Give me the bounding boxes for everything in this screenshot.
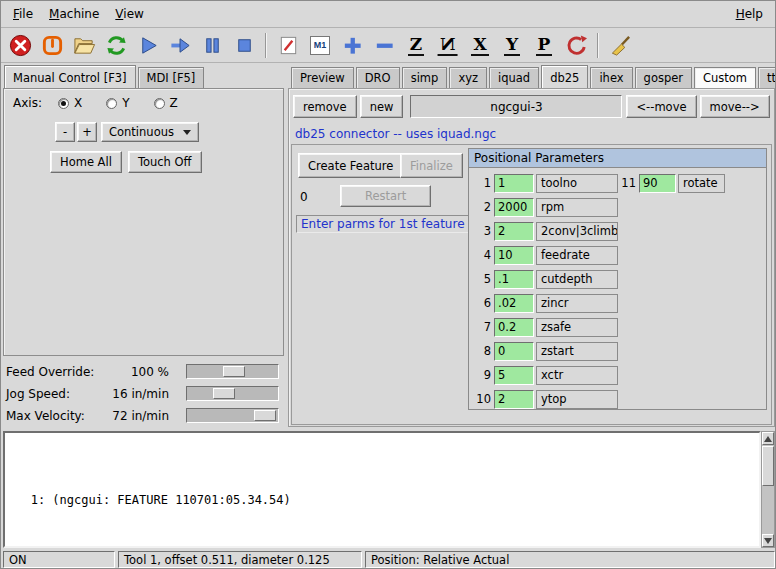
param-value-input[interactable]: 90 [639, 174, 676, 193]
slider-handle[interactable] [213, 388, 235, 399]
scroll-down-button[interactable] [762, 534, 774, 547]
param-value-input[interactable]: 2000 [494, 198, 534, 217]
toolbar: M1 Z N X Y P [1, 29, 775, 63]
param-value-input[interactable]: 0 [494, 342, 534, 361]
param-value-input[interactable]: .1 [494, 270, 534, 289]
restart-button[interactable]: Restart [340, 185, 431, 207]
touch-off-button[interactable]: Touch Off [128, 151, 202, 173]
left-tab[interactable]: MDI [F5] [138, 67, 205, 88]
axis-radio[interactable]: Y [106, 96, 129, 110]
right-tab[interactable]: simp [402, 67, 448, 88]
menu-file[interactable]: File [5, 3, 41, 25]
home-all-button[interactable]: Home All [50, 151, 122, 173]
param-number: 10 [472, 392, 491, 406]
feed-override-row: Feed Override: 100 % [1, 362, 284, 382]
right-tab[interactable]: Preview [291, 67, 354, 88]
scrollbar-thumb[interactable] [762, 446, 774, 486]
right-tab[interactable]: iquad [489, 67, 539, 88]
clear-plot-button[interactable] [605, 31, 635, 60]
tab-name-input[interactable]: ngcgui-3 [410, 95, 622, 118]
remove-tab-button[interactable]: remove [293, 95, 357, 118]
machine-power-button[interactable] [37, 31, 67, 60]
estop-button[interactable] [5, 31, 35, 60]
reload-button[interactable] [101, 31, 131, 60]
param-number: 5 [472, 272, 491, 286]
jog-plus-button[interactable]: + [77, 122, 97, 142]
param-name-label: rpm [536, 198, 618, 217]
radio-icon [154, 98, 165, 109]
step-button[interactable] [165, 31, 195, 60]
pause-button[interactable] [197, 31, 227, 60]
view-perspective-button[interactable]: P [529, 31, 559, 60]
param-value-input[interactable]: 1 [494, 174, 534, 193]
right-tab[interactable]: Custom [694, 67, 756, 88]
jog-speed-slider[interactable] [186, 386, 279, 401]
param-name-label: zstart [536, 342, 618, 361]
run-button[interactable] [133, 31, 163, 60]
rotate-view-button[interactable] [561, 31, 591, 60]
view-rotated-top-button[interactable]: N [433, 31, 463, 60]
jog-mode-dropdown[interactable]: Continuous [101, 122, 199, 142]
param-row: 5 .1 cutdepth [472, 267, 618, 291]
skip-lines-button[interactable] [273, 31, 303, 60]
slider-handle[interactable] [254, 410, 276, 421]
axis-radio[interactable]: X [58, 96, 82, 110]
param-row: 8 0 zstart [472, 339, 618, 363]
stop-button[interactable] [229, 31, 259, 60]
new-tab-button[interactable]: new [360, 95, 404, 118]
axis-radio-label: Z [170, 96, 178, 110]
param-value-input[interactable]: 10 [494, 246, 534, 265]
param-row: 1 1 toolno [472, 171, 618, 195]
optional-stop-button[interactable]: M1 [305, 31, 335, 60]
jog-minus-button[interactable]: - [55, 122, 75, 142]
radio-icon [106, 98, 117, 109]
tool-info: Tool 1, offset 0.511, diameter 0.125 [118, 551, 362, 568]
zoom-in-button[interactable] [337, 31, 367, 60]
right-tab[interactable]: gosper [635, 67, 692, 88]
open-file-button[interactable] [69, 31, 99, 60]
param-value-input[interactable]: 0.2 [494, 318, 534, 337]
right-tab[interactable]: db25 [541, 65, 588, 88]
scroll-up-button[interactable] [762, 432, 774, 445]
feature-frame: Create Feature Finalize 0 Restart Enter … [291, 144, 772, 425]
gcode-scrollbar[interactable] [761, 431, 775, 548]
radio-icon [58, 98, 69, 109]
create-feature-button[interactable]: Create Feature [298, 153, 403, 178]
max-velocity-row: Max Velocity: 72 in/min [1, 406, 284, 426]
param-number: 6 [472, 296, 491, 310]
finalize-button[interactable]: Finalize [400, 153, 463, 178]
left-tab[interactable]: Manual Control [F3] [4, 65, 136, 88]
menu-help[interactable]: Help [728, 3, 771, 25]
param-rows: 1 1 toolno 2 2000 rpm 3 2 [472, 171, 618, 411]
right-tab[interactable]: ihex [590, 67, 632, 88]
menu-machine[interactable]: Machine [41, 3, 107, 25]
jog-speed-row: Jog Speed: 16 in/min [1, 384, 284, 404]
param-value-input[interactable]: 2 [494, 222, 534, 241]
right-tab[interactable]: DRO [356, 67, 400, 88]
right-tab[interactable]: ttt [758, 67, 776, 88]
run-icon [137, 34, 160, 57]
axis-radio[interactable]: Z [154, 96, 178, 110]
view-side-button[interactable]: X [465, 31, 495, 60]
machine-power-icon [41, 34, 64, 57]
params-header: Positional Parameters [469, 149, 766, 168]
feed-override-slider[interactable] [186, 364, 279, 379]
move-right-button[interactable]: move--> [700, 95, 770, 118]
param-value-input[interactable]: .02 [494, 294, 534, 313]
max-velocity-slider[interactable] [186, 408, 279, 423]
param-value-input[interactable]: 2 [494, 390, 534, 409]
right-tab[interactable]: xyz [449, 67, 487, 88]
menu-view[interactable]: View [107, 3, 151, 25]
gcode-listing[interactable]: 1: (ngcgui: FEATURE 110701:05.34.54) 2: … [3, 431, 761, 548]
param-name-label: toolno [536, 174, 618, 193]
zoom-out-button[interactable] [369, 31, 399, 60]
jog-row: - + Continuous [55, 122, 199, 142]
move-left-button[interactable]: <--move [626, 95, 696, 118]
axis-radio-label: X [74, 96, 82, 110]
view-front-button[interactable]: Y [497, 31, 527, 60]
slider-handle[interactable] [223, 366, 245, 377]
radio-dot [61, 101, 66, 106]
param-name-label: xctr [536, 366, 618, 385]
view-top-button[interactable]: Z [401, 31, 431, 60]
param-value-input[interactable]: 5 [494, 366, 534, 385]
